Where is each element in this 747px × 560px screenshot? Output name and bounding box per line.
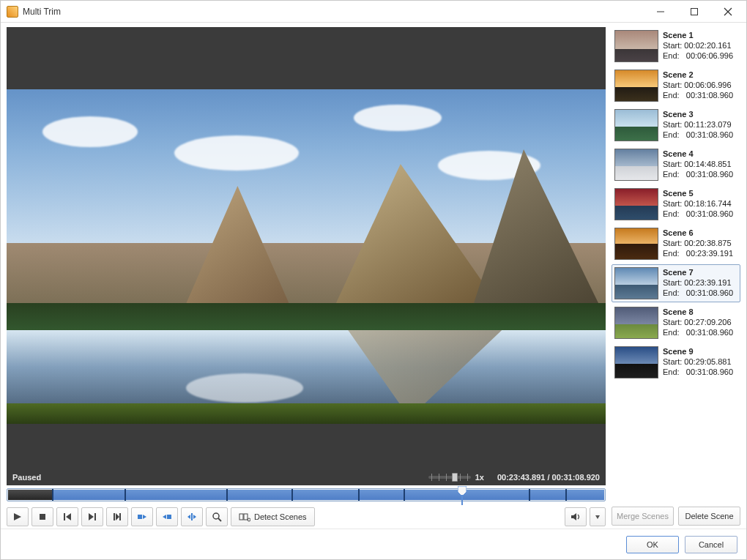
scene-item[interactable]: Scene 4Start: 00:14:48.851End: 00:31:08.… [612,146,740,184]
svg-line-23 [218,518,221,521]
scene-name: Scene 8 [663,307,733,317]
scene-end: End: 00:31:08.960 [663,90,733,100]
scene-list[interactable]: Scene 1Start: 00:02:20.161End: 00:06:06.… [612,27,740,504]
mark-out-button[interactable] [156,507,178,526]
scene-item[interactable]: Scene 3Start: 00:11:23.079End: 00:31:08.… [612,106,740,144]
svg-marker-21 [193,515,196,519]
scene-end: End: 00:31:08.960 [663,169,733,179]
stop-button[interactable] [31,507,53,526]
svg-rect-24 [239,514,243,520]
scene-thumbnail [614,149,658,181]
svg-marker-16 [143,515,146,519]
scene-start: Start: 00:02:20.161 [663,40,733,51]
scene-start: Start: 00:18:16.744 [663,198,733,209]
svg-marker-28 [595,515,600,519]
playback-toolbar: Detect Scenes [7,506,606,528]
timeline-scene-marker[interactable] [358,489,360,501]
scene-info: Scene 2Start: 00:06:06.996End: 00:31:08.… [663,70,733,102]
close-button[interactable] [711,1,745,23]
zoom-button[interactable] [206,507,228,526]
scene-thumbnail [614,267,658,299]
scene-name: Scene 4 [663,149,733,159]
detect-scenes-button[interactable]: Detect Scenes [231,507,315,526]
scene-thumbnail [614,346,658,378]
playback-status-bar: Paused 1x 00:23:43.891 / 00:31:08.920 [7,469,606,485]
scene-thumbnail [614,307,658,339]
scene-end: End: 00:31:08.960 [663,209,733,219]
detect-scenes-label: Detect Scenes [254,512,307,521]
dialog-footer: OK Cancel [1,529,746,559]
mark-in-button[interactable] [131,507,153,526]
play-button[interactable] [7,507,29,526]
window-title: Multi Trim [23,7,644,17]
scene-thumbnail [614,70,658,102]
svg-marker-6 [14,513,21,520]
scene-start: Start: 00:11:23.079 [663,119,733,130]
svg-marker-13 [116,513,119,520]
timeline-scene-marker[interactable] [529,489,530,501]
speed-label: 1x [475,473,484,482]
scene-name: Scene 7 [663,267,733,277]
svg-rect-15 [138,515,142,519]
svg-rect-18 [167,515,171,519]
scene-start: Start: 00:29:05.881 [663,356,733,367]
scene-panel: Scene 1Start: 00:02:20.161End: 00:06:06.… [609,23,746,529]
svg-rect-20 [191,513,193,520]
video-preview[interactable]: Paused 1x 00:23:43.891 / 00:31:08.920 [7,27,606,485]
scene-end: End: 00:31:08.960 [663,367,733,377]
scene-name: Scene 9 [663,346,733,356]
volume-button[interactable] [565,507,587,526]
scene-item[interactable]: Scene 5Start: 00:18:16.744End: 00:31:08.… [612,185,740,223]
cancel-button[interactable]: Cancel [685,536,737,553]
scene-start: Start: 00:23:39.191 [663,277,733,288]
delete-scene-button[interactable]: Delete Scene [678,507,740,526]
scene-info: Scene 6Start: 00:20:38.875End: 00:23:39.… [663,228,733,260]
svg-rect-12 [114,513,115,520]
scene-item[interactable]: Scene 2Start: 00:06:06.996End: 00:31:08.… [612,67,740,105]
scene-item[interactable]: Scene 7Start: 00:23:39.191End: 00:31:08.… [612,264,740,302]
scene-info: Scene 4Start: 00:14:48.851End: 00:31:08.… [663,149,733,181]
scene-end: End: 00:23:39.191 [663,248,733,258]
scene-end: End: 00:31:08.960 [663,288,733,298]
timeline-scene-marker[interactable] [124,489,126,501]
minimize-button[interactable] [644,1,677,23]
svg-marker-9 [66,513,71,520]
scene-item[interactable]: Scene 8Start: 00:27:09.206End: 00:31:08.… [612,304,740,342]
svg-marker-4 [458,486,467,496]
prev-frame-button[interactable] [56,507,78,526]
scene-info: Scene 7Start: 00:23:39.191End: 00:31:08.… [663,267,733,299]
timeline-scene-marker[interactable] [291,489,293,501]
scene-end: End: 00:31:08.960 [663,130,733,140]
svg-point-26 [248,518,250,521]
timeline-playhead[interactable] [458,486,467,505]
merge-scenes-button[interactable]: Merge Scenes [612,507,674,526]
scene-info: Scene 5Start: 00:18:16.744End: 00:31:08.… [663,188,733,220]
repeat-button[interactable] [106,507,128,526]
maximize-button[interactable] [677,1,711,23]
scene-start: Start: 00:06:06.996 [663,80,733,90]
svg-point-22 [213,513,219,519]
scene-end: End: 00:06:06.996 [663,51,733,61]
split-button[interactable] [181,507,203,526]
scene-name: Scene 2 [663,70,733,80]
timeline[interactable] [7,488,606,501]
timeline-scene-marker[interactable] [404,489,405,501]
time-display: 00:23:43.891 / 00:31:08.920 [497,473,600,482]
titlebar: Multi Trim [1,1,746,23]
scene-item[interactable]: Scene 6Start: 00:20:38.875End: 00:23:39.… [612,225,740,263]
scene-end: End: 00:31:08.960 [663,327,733,337]
timeline-scene-marker[interactable] [226,489,228,501]
scene-name: Scene 1 [663,30,733,40]
svg-rect-7 [40,514,45,520]
scene-item[interactable]: Scene 9Start: 00:29:05.881End: 00:31:08.… [612,343,740,381]
volume-expand-button[interactable] [590,507,606,526]
timeline-scene-marker[interactable] [52,489,53,501]
scene-item[interactable]: Scene 1Start: 00:02:20.161End: 00:06:06.… [612,27,740,65]
next-frame-button[interactable] [81,507,103,526]
scene-info: Scene 1Start: 00:02:20.161End: 00:06:06.… [663,30,733,62]
svg-marker-19 [187,515,190,519]
svg-marker-10 [89,513,94,520]
timeline-scene-marker[interactable] [565,489,567,501]
ok-button[interactable]: OK [626,536,679,553]
speed-slider[interactable] [428,476,471,479]
